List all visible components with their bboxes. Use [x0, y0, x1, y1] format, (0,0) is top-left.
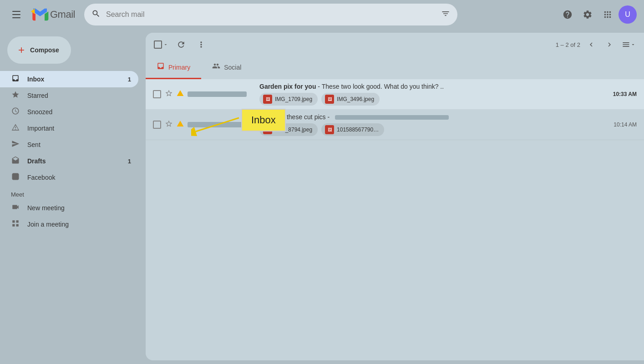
- email-important-1: [177, 90, 184, 99]
- drafts-badge: 1: [128, 158, 131, 165]
- attachment-image-icon: 🖼: [263, 125, 272, 134]
- avatar[interactable]: U: [619, 5, 637, 24]
- sidebar-drafts-label: Drafts: [27, 157, 46, 165]
- email-important-2: [177, 120, 184, 129]
- email-time-2: 10:14 AM: [609, 121, 637, 128]
- gmail-text: Gmail: [50, 9, 75, 20]
- email-tabs: Primary Social: [146, 56, 644, 79]
- primary-tab-icon: [157, 62, 165, 72]
- more-options-button[interactable]: [193, 36, 209, 53]
- facebook-icon: [11, 172, 20, 183]
- sidebar-important-label: Important: [27, 125, 54, 132]
- help-button[interactable]: [558, 5, 577, 24]
- header: Gmail: [0, 0, 644, 29]
- social-tab-label: Social: [224, 64, 241, 71]
- search-filter-icon[interactable]: [441, 9, 450, 20]
- important-icon: [11, 123, 20, 134]
- social-tab-icon: [212, 62, 220, 72]
- email-attachments-1: 🖼 IMG_1709.jpeg 🖼 IMG_3496.jpeg: [259, 93, 606, 106]
- email-list-wrapper: Inbox: [146, 29, 644, 364]
- sidebar-starred-label: Starred: [27, 92, 48, 99]
- send-icon: [11, 140, 20, 150]
- drafts-icon: [11, 156, 20, 167]
- select-all-checkbox[interactable]: [153, 36, 169, 53]
- refresh-button[interactable]: [173, 36, 189, 53]
- attachment-chip[interactable]: 🖼 IMG_1709.jpeg: [259, 93, 318, 106]
- sidebar-item-inbox[interactable]: Inbox 1: [0, 71, 138, 87]
- email-subject-1: Garden pix for you - These two look good…: [259, 83, 606, 90]
- sidebar-item-sent[interactable]: Sent: [0, 136, 138, 153]
- primary-tab-label: Primary: [168, 64, 190, 71]
- sidebar-new-meeting-label: New meeting: [27, 204, 65, 212]
- toolbar-right: 1 – 2 of 2: [556, 36, 637, 53]
- email-row[interactable]: checkout these cut pics - 🖼 IMG_8794.jpe…: [146, 110, 644, 140]
- sidebar-item-facebook[interactable]: Facebook: [0, 169, 138, 186]
- sidebar-item-drafts[interactable]: Drafts 1: [0, 153, 138, 169]
- email-list-toolbar: 1 – 2 of 2: [146, 33, 644, 56]
- attachment-name: IMG_8794.jpeg: [275, 126, 312, 133]
- meet-section-label: Meet: [0, 186, 146, 200]
- sidebar-join-meeting-label: Join a meeting: [27, 221, 69, 228]
- attachment-image-icon: 🖼: [325, 95, 334, 104]
- clock-icon: [11, 107, 20, 117]
- header-actions: U: [558, 5, 637, 24]
- checkbox-icon: [154, 40, 162, 49]
- email-time-1: 10:33 AM: [609, 91, 637, 97]
- attachment-chip[interactable]: 🖼 IMG_3496.jpeg: [321, 93, 380, 106]
- tab-social[interactable]: Social: [201, 56, 252, 79]
- settings-button[interactable]: [578, 5, 597, 24]
- email-row[interactable]: Garden pix for you - These two look good…: [146, 79, 644, 110]
- email-sender-2: [188, 122, 256, 127]
- sidebar-sent-label: Sent: [27, 141, 41, 148]
- attachment-image-icon: 🖼: [325, 125, 334, 134]
- email-sender-1: [188, 91, 256, 97]
- sidebar-item-important[interactable]: Important: [0, 120, 138, 136]
- older-button[interactable]: [602, 37, 617, 52]
- sidebar-snoozed-label: Snoozed: [27, 108, 52, 116]
- email-content-1: Garden pix for you - These two look good…: [259, 83, 606, 106]
- newer-button[interactable]: [584, 37, 598, 52]
- star-icon: [11, 91, 20, 101]
- compose-button[interactable]: + Compose: [7, 36, 71, 64]
- main-content: + Compose Inbox 1 Starred: [0, 29, 644, 364]
- attachment-chip[interactable]: 🖼 101588567790…: [321, 123, 384, 136]
- video-icon: [11, 203, 20, 213]
- gmail-logo-icon: [31, 5, 49, 24]
- email-subject-2: checkout these cut pics -: [259, 113, 606, 121]
- email-rows: Garden pix for you - These two look good…: [146, 79, 644, 360]
- inbox-badge: 1: [128, 76, 131, 83]
- compose-label: Compose: [30, 46, 59, 54]
- attachment-name: IMG_1709.jpeg: [275, 96, 312, 102]
- gmail-logo: Gmail: [31, 5, 75, 24]
- email-checkbox-1[interactable]: [153, 90, 161, 98]
- email-list: 1 – 2 of 2: [146, 33, 644, 360]
- sidebar-inbox-label: Inbox: [27, 76, 44, 83]
- inbox-icon: [11, 74, 20, 85]
- sidebar-item-new-meeting[interactable]: New meeting: [0, 200, 138, 216]
- search-bar: [84, 4, 457, 25]
- pagination-info: 1 – 2 of 2: [556, 41, 580, 48]
- sidebar-item-starred[interactable]: Starred: [0, 87, 138, 104]
- attachment-name: 101588567790…: [337, 126, 379, 133]
- sidebar: + Compose Inbox 1 Starred: [0, 29, 146, 364]
- sidebar-facebook-label: Facebook: [27, 174, 55, 181]
- apps-button[interactable]: [598, 5, 617, 24]
- sidebar-item-join-meeting[interactable]: Join a meeting: [0, 216, 138, 233]
- attachment-name: IMG_3496.jpeg: [337, 96, 374, 102]
- search-input[interactable]: [106, 10, 436, 19]
- display-density-button[interactable]: [620, 36, 637, 53]
- email-checkbox-2[interactable]: [153, 121, 161, 129]
- tab-primary[interactable]: Primary: [146, 56, 201, 79]
- search-icon: [91, 9, 101, 20]
- compose-plus-icon: +: [18, 44, 25, 56]
- sidebar-item-snoozed[interactable]: Snoozed: [0, 104, 138, 120]
- email-star-1[interactable]: [165, 89, 173, 100]
- menu-button[interactable]: [7, 5, 25, 24]
- attachment-image-icon: 🖼: [263, 95, 272, 104]
- email-attachments-2: 🖼 IMG_8794.jpeg 🖼 101588567790…: [259, 123, 606, 136]
- email-star-2[interactable]: [165, 120, 173, 130]
- attachment-chip[interactable]: 🖼 IMG_8794.jpeg: [259, 123, 318, 136]
- hamburger-icon: [12, 11, 20, 18]
- email-content-2: checkout these cut pics - 🖼 IMG_8794.jpe…: [259, 113, 606, 136]
- grid-icon: [11, 219, 20, 230]
